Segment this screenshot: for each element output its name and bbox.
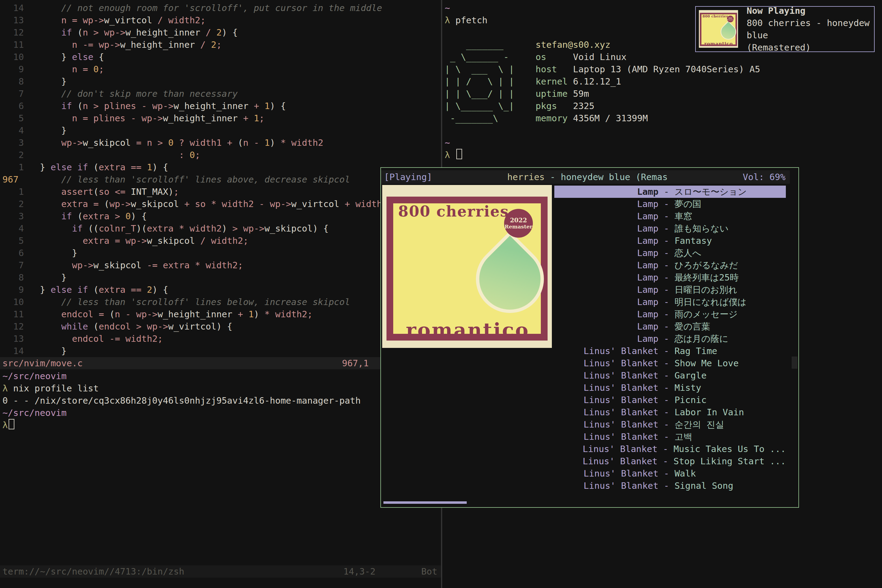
queue-row-separator: - <box>658 235 674 247</box>
queue-row-artist: Lamp <box>554 210 658 222</box>
queue-row-title: 恋人へ <box>674 247 786 259</box>
pfetch-line: | | / \ | | kernel 6.12.12_1 <box>445 75 882 88</box>
code-line: 2 extra = (wp->w_skipcol + so * width2 -… <box>3 198 441 210</box>
queue-row-separator: - <box>658 210 674 222</box>
queue-row-artist: Lamp <box>554 320 658 333</box>
shell-line: 0 - - /nix/store/cq3cx86h28j0y46ls0nhjzj… <box>3 394 441 407</box>
queue-row-title: 고백 <box>674 430 786 443</box>
statusline-terminal-buffer-name: term://~/src/neovim//4713:/bin/zsh <box>3 566 184 578</box>
queue-row[interactable]: Linus' Blanket - Music Takes Us To ... <box>554 443 786 455</box>
queue-row[interactable]: Lamp - 車窓 <box>554 210 786 222</box>
queue-row[interactable]: Linus' Blanket - Rag Time <box>554 345 786 357</box>
queue-row[interactable]: Lamp - 恋は月の蔭に <box>554 333 786 345</box>
queue-row-separator: - <box>658 480 674 492</box>
song-progress-bar[interactable] <box>383 501 467 504</box>
queue-row[interactable]: Lamp - 日曜日のお別れ <box>554 284 786 296</box>
queue-row-artist: Linus' Blanket <box>554 480 658 492</box>
queue-row-title: Labor In Vain <box>674 406 786 418</box>
queue-row-artist: Lamp <box>554 308 658 320</box>
queue-row-title: Walk <box>674 467 786 480</box>
queue-row[interactable]: Linus' Blanket - Misty <box>554 382 786 394</box>
statusline-cursor-position: 967,1 <box>342 357 369 369</box>
queue-row-selected[interactable]: Lamp - スロ〜モ〜ション <box>554 186 786 198</box>
queue-row-title: 最終列車は25時 <box>674 272 786 284</box>
queue-row-title: 明日になれば僕は <box>674 296 786 308</box>
queue-row-artist: Lamp <box>554 247 658 259</box>
queue-row-artist: Lamp <box>554 186 658 198</box>
queue-row-artist: Lamp <box>554 296 658 308</box>
queue-row-title: Signal Song <box>674 480 786 492</box>
queue-row[interactable]: Linus' Blanket - Stop Liking Start ... <box>554 455 786 467</box>
queue-row[interactable]: Lamp - 雨のメッセージ <box>554 308 786 320</box>
volume-indicator[interactable]: Vol: 69% <box>742 170 790 184</box>
player-header: [Playing] herries - honeydew blue (Remas… <box>381 170 790 184</box>
queue-row[interactable]: Lamp - Fantasy <box>554 235 786 247</box>
album-cover-artist: 800 cherries <box>398 205 509 218</box>
code-line: 8 } <box>3 272 441 284</box>
code-line: 6 } <box>3 247 441 259</box>
queue-row-title: Stop Liking Start ... <box>674 455 786 467</box>
queue-row[interactable]: Lamp - 誰も知らない <box>554 222 786 235</box>
queue-row-separator: - <box>658 320 674 333</box>
code-line: 5 n = plines - wp->w_height_inner + 1; <box>3 112 441 124</box>
shell-line: ~/src/neovim <box>3 370 441 382</box>
queue-row-title: 車窓 <box>674 210 786 222</box>
pfetch-line <box>445 124 882 136</box>
desktop: { "colors": { "background": "#121212", "… <box>0 0 882 588</box>
queue-row-artist: Linus' Blanket <box>554 406 658 418</box>
statusline-scroll-indicator: Bot <box>422 566 437 578</box>
music-player-window[interactable]: [Playing] herries - honeydew blue (Remas… <box>380 167 799 508</box>
queue-row-title: Music Takes Us To ... <box>674 443 786 455</box>
notification-title: Now Playing <box>747 4 874 17</box>
embedded-shell[interactable]: ~/src/neovimλ nix profile list0 - - /nix… <box>3 370 441 431</box>
queue-row[interactable]: Lamp - ひろがるなみだ <box>554 259 786 272</box>
queue-row[interactable]: Linus' Blanket - Gargle <box>554 369 786 382</box>
statusline-filename: src/nvim/move.c <box>3 357 82 369</box>
queue-row[interactable]: Lamp - 夢の国 <box>554 198 786 210</box>
remaster-badge-label: Remaster <box>504 224 533 230</box>
queue-row[interactable]: Linus' Blanket - 고백 <box>554 430 786 443</box>
queue-row[interactable]: Linus' Blanket - Picnic <box>554 394 786 406</box>
queue-row-separator: - <box>658 418 674 430</box>
code-line: 7 // don't skip more than necessary <box>3 88 441 100</box>
queue-row-separator: - <box>658 296 674 308</box>
code-line: 11 endcol = (n - wp->w_height_inner + 1)… <box>3 308 441 320</box>
queue-row-title: ひろがるなみだ <box>674 259 786 272</box>
queue-row-separator: - <box>658 308 674 320</box>
code-line: 14 // not enough room for 'scrolloff', p… <box>3 2 441 14</box>
queue-row[interactable]: Lamp - 愛の言葉 <box>554 320 786 333</box>
statusline-terminal-position: 14,3-2 <box>343 566 375 578</box>
queue-row[interactable]: Linus' Blanket - 순간의 진실 <box>554 418 786 430</box>
pfetch-line: | | \___/ | | uptime 59m <box>445 88 882 100</box>
code-line: 14 } <box>3 345 441 357</box>
queue-scrollbar-thumb[interactable] <box>792 357 798 369</box>
queue-row[interactable]: Lamp - 最終列車は25時 <box>554 272 786 284</box>
queue-row[interactable]: Linus' Blanket - Signal Song <box>554 480 786 492</box>
code-buffer[interactable]: 14 // not enough room for 'scrolloff', p… <box>3 2 441 357</box>
queue-row-title: 雨のメッセージ <box>674 308 786 320</box>
queue-row-separator: - <box>658 406 674 418</box>
pfetch-line: ~ <box>445 136 882 149</box>
queue-row[interactable]: Lamp - 恋人へ <box>554 247 786 259</box>
queue-row-separator: - <box>658 247 674 259</box>
queue-row[interactable]: Linus' Blanket - Labor In Vain <box>554 406 786 418</box>
editor-terminal-pane[interactable]: 14 // not enough room for 'scrolloff', p… <box>0 0 441 588</box>
queue-row-artist: Lamp <box>554 198 658 210</box>
now-playing-notification[interactable]: 800 cherries 2022 Remaster romantico Now… <box>695 6 874 52</box>
play-queue[interactable]: Lamp - スロ〜モ〜ションLamp - 夢の国Lamp - 車窓Lamp -… <box>554 186 786 492</box>
code-line: 6 if (n > plines - wp->w_height_inner + … <box>3 100 441 112</box>
queue-row-artist: Lamp <box>554 333 658 345</box>
queue-row[interactable]: Linus' Blanket - Walk <box>554 467 786 480</box>
player-song-title-rest: - honeydew blue (Remas <box>545 172 668 182</box>
queue-row[interactable]: Linus' Blanket - Show Me Love <box>554 357 786 369</box>
queue-row-separator: - <box>658 369 674 382</box>
notification-text: Now Playing 800 cherries - honeydew blue… <box>747 7 874 51</box>
album-cover-title: romantico <box>702 41 735 46</box>
queue-row-title: 愛の言葉 <box>674 320 786 333</box>
queue-row-separator: - <box>658 284 674 296</box>
queue-row-title: Gargle <box>674 369 786 382</box>
queue-row-separator: - <box>658 259 674 272</box>
queue-row[interactable]: Lamp - 明日になれば僕は <box>554 296 786 308</box>
pfetch-line: -_______\ memory 4356M / 31399M <box>445 112 882 124</box>
queue-row-artist: Lamp <box>554 235 658 247</box>
